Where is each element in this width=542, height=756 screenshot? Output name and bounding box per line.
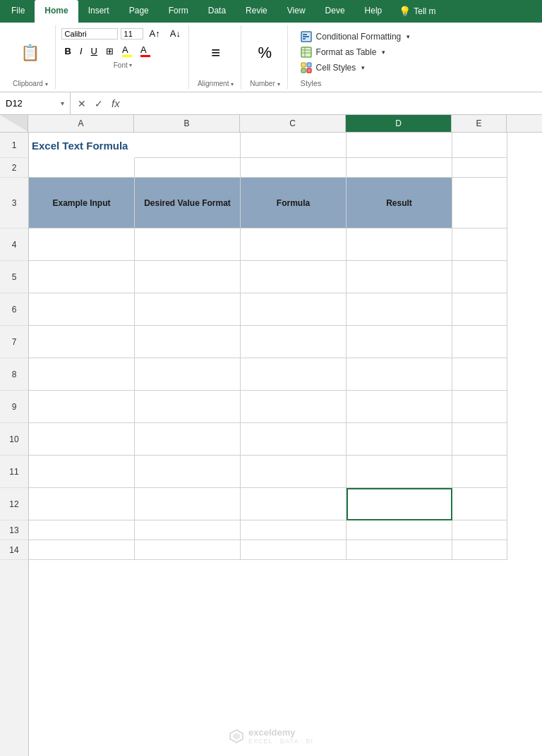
format-as-table-button[interactable]: Format as Table ▾ xyxy=(296,45,415,59)
conditional-formatting-button[interactable]: Conditional Formatting ▾ xyxy=(296,30,415,44)
format-as-table-arrow[interactable]: ▾ xyxy=(382,49,385,56)
increase-font-button[interactable]: A↑ xyxy=(146,27,164,40)
cell-a14[interactable] xyxy=(29,540,135,560)
col-header-e[interactable]: E xyxy=(452,115,507,132)
border-button[interactable]: ⊞ xyxy=(102,44,117,58)
cell-styles-arrow[interactable]: ▾ xyxy=(361,64,365,71)
row-num-3[interactable]: 3 xyxy=(0,178,28,228)
cell-c9[interactable] xyxy=(241,391,347,423)
cell-e12[interactable] xyxy=(452,488,507,520)
cell-a1[interactable]: Excel Text Formula xyxy=(29,133,135,158)
row-num-12[interactable]: 12 xyxy=(0,488,28,520)
formula-confirm-icon[interactable]: ✓ xyxy=(92,97,106,111)
tab-home[interactable]: Home xyxy=(35,0,78,23)
cell-e10[interactable] xyxy=(452,423,507,456)
cell-a4[interactable] xyxy=(29,228,135,261)
row-num-5[interactable]: 5 xyxy=(0,261,28,293)
tab-form[interactable]: Form xyxy=(159,0,198,23)
cell-a6[interactable] xyxy=(29,293,135,326)
cell-e9[interactable] xyxy=(452,391,507,423)
decrease-font-button[interactable]: A↓ xyxy=(167,27,184,40)
cell-b4[interactable] xyxy=(135,228,241,261)
cell-a8[interactable] xyxy=(29,358,135,391)
row-num-11[interactable]: 11 xyxy=(0,456,28,488)
cell-b5[interactable] xyxy=(135,261,241,293)
cell-c4[interactable] xyxy=(241,228,347,261)
cell-c3[interactable]: Formula xyxy=(241,178,347,228)
cell-b7[interactable] xyxy=(135,326,241,358)
tab-view[interactable]: View xyxy=(277,0,315,23)
tab-developer[interactable]: Deve xyxy=(315,0,355,23)
row-num-6[interactable]: 6 xyxy=(0,293,28,326)
cell-e11[interactable] xyxy=(452,456,507,488)
tab-page[interactable]: Page xyxy=(119,0,159,23)
fx-icon[interactable]: fx xyxy=(109,96,123,111)
cell-a9[interactable] xyxy=(29,391,135,423)
alignment-button[interactable]: ≡ xyxy=(202,43,230,63)
italic-button[interactable]: I xyxy=(76,44,86,58)
cell-c7[interactable] xyxy=(241,326,347,358)
tab-review[interactable]: Revie xyxy=(236,0,277,23)
row-num-9[interactable]: 9 xyxy=(0,391,28,423)
cell-e13[interactable] xyxy=(452,520,507,540)
row-num-2[interactable]: 2 xyxy=(0,158,28,178)
name-box[interactable]: D12 ▾ xyxy=(0,92,71,114)
cell-d6[interactable] xyxy=(347,293,452,326)
col-header-d[interactable]: D xyxy=(346,115,452,132)
clipboard-button[interactable]: 📋 xyxy=(16,43,44,63)
row-num-4[interactable]: 4 xyxy=(0,228,28,261)
cell-e7[interactable] xyxy=(452,326,507,358)
fill-color-button[interactable]: A xyxy=(119,43,136,59)
cell-e5[interactable] xyxy=(452,261,507,293)
cell-d11[interactable] xyxy=(347,456,452,488)
tab-file[interactable]: File xyxy=(1,0,35,23)
formula-input[interactable] xyxy=(127,92,542,114)
cell-e2[interactable] xyxy=(452,158,507,178)
cell-d7[interactable] xyxy=(347,326,452,358)
cell-c14[interactable] xyxy=(241,540,347,560)
underline-button[interactable]: U xyxy=(88,44,101,58)
cell-d3[interactable]: Result xyxy=(347,178,452,228)
row-num-7[interactable]: 7 xyxy=(0,326,28,358)
cell-c10[interactable] xyxy=(241,423,347,456)
cell-e8[interactable] xyxy=(452,358,507,391)
cell-b14[interactable] xyxy=(135,540,241,560)
cell-b3[interactable]: Desired Value Format xyxy=(135,178,241,228)
cell-e3[interactable] xyxy=(452,178,507,228)
number-expand-arrow[interactable]: ▾ xyxy=(277,81,280,87)
font-expand-arrow[interactable]: ▾ xyxy=(129,62,132,68)
cell-b13[interactable] xyxy=(135,520,241,540)
cell-e4[interactable] xyxy=(452,228,507,261)
clipboard-expand-arrow[interactable]: ▾ xyxy=(45,81,48,87)
cell-c5[interactable] xyxy=(241,261,347,293)
cell-d2[interactable] xyxy=(347,158,452,178)
cell-a2[interactable] xyxy=(29,158,135,178)
row-num-8[interactable]: 8 xyxy=(0,358,28,391)
cell-d13[interactable] xyxy=(347,520,452,540)
formula-cancel-icon[interactable]: ✕ xyxy=(75,97,89,111)
cell-e14[interactable] xyxy=(452,540,507,560)
tab-insert[interactable]: Insert xyxy=(78,0,119,23)
cell-c13[interactable] xyxy=(241,520,347,540)
name-box-dropdown-arrow[interactable]: ▾ xyxy=(61,99,64,107)
cell-d8[interactable] xyxy=(347,358,452,391)
font-size-input[interactable] xyxy=(121,28,143,39)
cell-a7[interactable] xyxy=(29,326,135,358)
tab-data[interactable]: Data xyxy=(198,0,236,23)
cell-b1[interactable] xyxy=(135,133,241,158)
cell-b10[interactable] xyxy=(135,423,241,456)
cell-b8[interactable] xyxy=(135,358,241,391)
cell-a3[interactable]: Example Input xyxy=(29,178,135,228)
cell-b11[interactable] xyxy=(135,456,241,488)
cell-d9[interactable] xyxy=(347,391,452,423)
cell-c11[interactable] xyxy=(241,456,347,488)
cell-a11[interactable] xyxy=(29,456,135,488)
cell-styles-button[interactable]: Cell Styles ▾ xyxy=(296,61,415,75)
tab-help[interactable]: Help xyxy=(355,0,392,23)
cell-a13[interactable] xyxy=(29,520,135,540)
cell-e6[interactable] xyxy=(452,293,507,326)
tell-me-input[interactable]: 💡 Tell m xyxy=(392,0,442,23)
cell-b12[interactable] xyxy=(135,488,241,520)
cell-b6[interactable] xyxy=(135,293,241,326)
cell-c2[interactable] xyxy=(241,158,347,178)
